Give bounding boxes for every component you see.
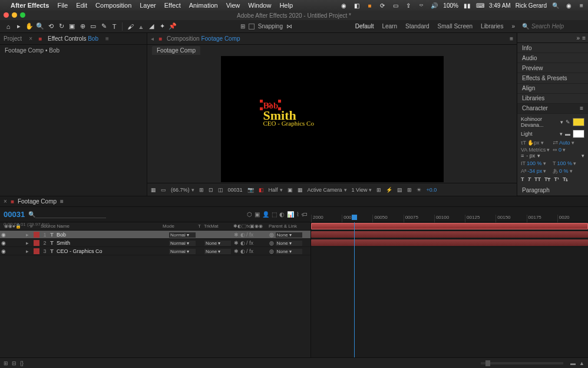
channel-toggle-icon[interactable]: ▭ (161, 187, 166, 193)
markers-icon[interactable]: 🏷 (302, 211, 308, 218)
zoom-in-icon[interactable]: ▲ (579, 360, 584, 366)
zoom-out-icon[interactable]: ▬ (570, 360, 576, 366)
layer-row[interactable]: ◉▸3TCEO - Graphics CoNormal ▾None ▾✱ ◐ /… (0, 247, 310, 255)
layer-search-input[interactable] (35, 211, 106, 218)
twirl-icon[interactable]: ▸ (26, 240, 32, 246)
resolution-dropdown[interactable]: Half ▾ (269, 187, 283, 193)
label-color-chip[interactable] (34, 232, 39, 238)
app-name[interactable]: After Effects (11, 2, 49, 9)
mode-header[interactable]: Mode (161, 224, 196, 229)
workspace-overflow-icon[interactable]: » (511, 23, 515, 29)
pickwhip-icon[interactable]: ◎ (269, 240, 274, 246)
pen-tool-icon[interactable]: ✎ (99, 22, 108, 31)
wifi-icon[interactable]: ⌔ (417, 2, 425, 9)
exposure-reset-icon[interactable]: ☀ (417, 187, 421, 193)
label-color-chip[interactable] (34, 240, 39, 246)
twirl-icon[interactable]: ▸ (26, 232, 32, 238)
layer-name[interactable]: Bob (55, 232, 169, 238)
no-stroke-icon[interactable]: ▬ (565, 131, 570, 137)
comp-breadcrumb[interactable]: Composition Footage Comp (167, 35, 240, 42)
clone-tool-icon[interactable]: ⟁ (136, 22, 146, 31)
current-frame[interactable]: 00031 (228, 187, 243, 193)
local-axis-icon[interactable]: ⊞ (240, 23, 245, 29)
graph-editor-icon[interactable]: 📊 (287, 211, 294, 218)
display-icon[interactable]: ▭ (391, 2, 399, 9)
cc-icon[interactable]: ◉ (339, 2, 348, 9)
panel-menu-icon[interactable]: ≡ (105, 35, 109, 42)
fill-color-swatch[interactable] (573, 118, 584, 126)
composition-canvas[interactable]: Bob Smith CEO - Graphics Co (221, 56, 444, 182)
layer-switches[interactable]: ✱ ◐ / fx (234, 240, 269, 246)
parent-header[interactable]: Parent & Link (267, 224, 308, 229)
orbit-tool-icon[interactable]: ⟲ (46, 22, 55, 31)
expand-collapse-icon[interactable]: ⊟ (12, 360, 16, 366)
battery-icon[interactable]: ▮▮ (463, 2, 471, 9)
zoom-tool-icon[interactable]: 🔍 (35, 22, 45, 31)
parent-dropdown[interactable]: None ▾ (276, 241, 302, 246)
panel-menu-icon[interactable]: ≡ (582, 35, 586, 41)
home-icon[interactable]: ⌂ (4, 22, 13, 31)
panel-align[interactable]: Align (517, 84, 588, 94)
menu-layer[interactable]: Layer (140, 2, 156, 9)
menu-window[interactable]: Window (248, 2, 271, 9)
mask-toggle-icon[interactable]: ◫ (218, 187, 223, 193)
stroke-color-swatch[interactable] (573, 130, 584, 138)
visibility-toggle-icon[interactable]: ◉ (0, 240, 7, 246)
fast-preview-icon[interactable]: ⚡ (386, 187, 392, 193)
pickwhip-icon[interactable]: ◎ (269, 248, 274, 254)
frame-blend-icon[interactable]: ⬚ (272, 211, 277, 218)
layer-name[interactable]: Smith (55, 240, 169, 246)
font-size-field[interactable]: ✋px (527, 140, 540, 146)
pickwhip-icon[interactable]: ◎ (269, 232, 274, 238)
current-time-indicator-line[interactable] (354, 222, 355, 357)
source-name-header[interactable]: Source Name (39, 224, 161, 229)
snap-icon[interactable]: ⌇ (296, 211, 299, 218)
kerning-dropdown[interactable]: Metrics (528, 147, 546, 153)
siri-icon[interactable]: ◉ (564, 2, 573, 9)
baseline-field[interactable]: -34 px (527, 168, 542, 174)
current-time-display[interactable]: 00031 (4, 210, 25, 219)
keyboard-icon[interactable]: ⌨ (476, 2, 484, 9)
type-tool-icon[interactable]: T (110, 22, 119, 31)
layer-row[interactable]: ◉▸2TSmithNormal ▾None ▾✱ ◐ / fx◎ None ▾ (0, 239, 310, 247)
search-help-input[interactable] (531, 23, 584, 29)
trkmat-dropdown[interactable]: None ▾ (204, 241, 231, 246)
superscript-button[interactable]: T¹ (554, 176, 560, 182)
menu-composition[interactable]: Composition (95, 2, 131, 9)
panel-libraries[interactable]: Libraries (517, 94, 588, 104)
hand-tool-icon[interactable]: ✋ (25, 22, 34, 31)
stroke-width-field[interactable]: - px (526, 153, 535, 159)
hscale-field[interactable]: 100 % (557, 160, 573, 166)
workspace-small-screen[interactable]: Small Screen (438, 23, 473, 29)
vscale-field[interactable]: 100 % (527, 160, 542, 166)
text-layer-ceo[interactable]: CEO - Graphics Co (263, 120, 314, 127)
menu-file[interactable]: File (57, 2, 68, 9)
close-icon[interactable]: × (29, 35, 32, 42)
tracking-field[interactable]: 0 (559, 147, 561, 153)
roto-tool-icon[interactable]: ✦ (157, 22, 167, 31)
views-dropdown[interactable]: 1 View ▾ (352, 187, 372, 193)
comp-tab[interactable]: Footage Comp (152, 46, 200, 55)
workspace-default[interactable]: Default (355, 23, 374, 29)
zoom-window-icon[interactable] (20, 12, 25, 18)
panel-menu-icon[interactable]: ≡ (60, 198, 64, 205)
all-caps-button[interactable]: TT (534, 176, 541, 182)
timeline-zoom-slider[interactable] (481, 362, 563, 364)
trkmat-header[interactable]: TrkMat (202, 224, 232, 229)
timeline-tab[interactable]: Footage Comp (18, 198, 57, 205)
layer-switches[interactable]: ✱ ◐ / fx (234, 248, 269, 254)
flowchart-icon[interactable]: ⊞ (407, 187, 412, 193)
blend-mode-dropdown[interactable]: Normal ▾ (169, 249, 196, 254)
font-family-dropdown[interactable]: Kohinoor Devana... (521, 116, 558, 128)
nav-back-icon[interactable]: ◂ (151, 35, 154, 42)
tray-icon[interactable]: ◧ (352, 2, 361, 9)
chevron-down-icon[interactable]: ▾ (560, 119, 563, 125)
comp-mini-flowchart-icon[interactable]: ⬡ (247, 211, 252, 218)
chevron-down-icon[interactable]: ▾ (560, 131, 563, 137)
airplay-icon[interactable]: ⇪ (404, 2, 412, 9)
panel-audio[interactable]: Audio (517, 53, 588, 63)
layer-name[interactable]: CEO - Graphics Co (55, 248, 169, 254)
draft-3d-icon[interactable]: ▣ (255, 211, 260, 218)
traffic-lights[interactable] (4, 12, 25, 18)
guides-icon[interactable]: ⊡ (209, 187, 213, 193)
